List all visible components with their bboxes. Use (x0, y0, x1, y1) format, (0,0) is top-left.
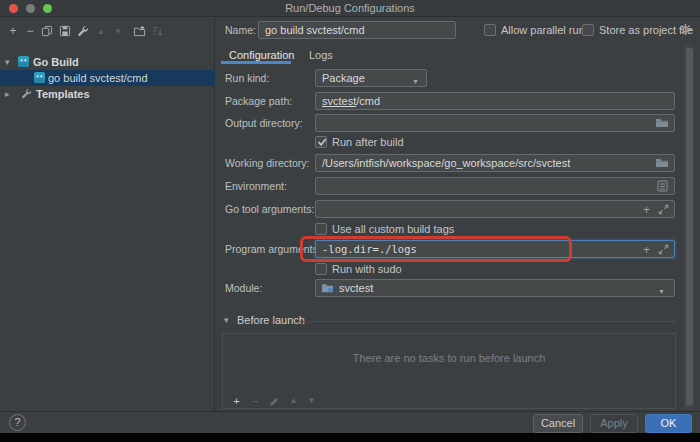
before-launch-collapse-icon[interactable]: ▾ (224, 315, 229, 325)
working-directory-label: Working directory: (225, 154, 309, 172)
allow-parallel-run-checkbox[interactable] (484, 24, 496, 36)
move-task-down-button: ▼ (304, 394, 319, 408)
tree-group-label: Go Build (33, 54, 79, 70)
checkmark-icon (316, 136, 328, 148)
tab-configuration[interactable]: Configuration (229, 48, 294, 62)
environment-input[interactable] (315, 177, 675, 195)
help-button[interactable]: ? (9, 414, 26, 431)
expand-field-icon[interactable] (658, 244, 669, 255)
package-path-input[interactable]: svctest/cmd (315, 92, 675, 110)
use-all-custom-build-tags-label: Use all custom build tags (332, 222, 454, 236)
use-all-custom-build-tags-checkbox[interactable] (315, 223, 327, 235)
run-with-sudo-label: Run with sudo (332, 262, 402, 276)
run-kind-label: Run kind: (225, 69, 269, 87)
remove-task-button: − (248, 394, 263, 408)
before-launch-title[interactable]: Before launch (237, 314, 305, 326)
apply-button: Apply (590, 414, 638, 433)
environment-variables-icon[interactable] (657, 180, 668, 192)
chevron-down-icon: ▼ (658, 284, 665, 297)
configurations-sidebar: + − ▲ ▼ ▾ Go Build (0, 18, 215, 411)
go-tool-arguments-label: Go tool arguments: (225, 200, 314, 218)
tab-logs[interactable]: Logs (309, 48, 333, 62)
move-task-up-button: ▲ (286, 394, 301, 408)
edit-templates-wrench-icon[interactable] (75, 23, 91, 39)
templates-wrench-icon (21, 88, 32, 99)
allow-parallel-run-label: Allow parallel run (501, 23, 585, 37)
run-with-sudo-checkbox[interactable] (315, 263, 327, 275)
store-as-project-file-checkbox[interactable] (582, 24, 594, 36)
sort-configurations-icon (149, 23, 165, 39)
expand-field-icon[interactable] (658, 204, 669, 215)
tree-item-label: go build svctest/cmd (48, 70, 148, 86)
before-launch-panel: There are no tasks to run before launch … (222, 333, 676, 409)
browse-folder-icon[interactable] (655, 116, 669, 129)
move-up-button: ▲ (93, 23, 109, 39)
save-configuration-icon[interactable] (57, 23, 73, 39)
output-directory-input[interactable] (315, 114, 675, 132)
footer-divider (0, 411, 700, 412)
new-folder-icon[interactable] (131, 23, 147, 39)
go-tool-arguments-input[interactable]: + (315, 200, 675, 218)
run-after-build-checkbox[interactable] (315, 136, 327, 148)
working-directory-input[interactable]: /Users/intfish/workspace/go_workspace/sr… (315, 154, 675, 172)
run-after-build-label: Run after build (332, 135, 404, 149)
gear-icon[interactable] (679, 23, 692, 36)
copy-configuration-icon[interactable] (39, 23, 55, 39)
add-macro-icon[interactable]: + (643, 242, 650, 258)
move-down-button: ▼ (110, 23, 126, 39)
browse-folder-icon[interactable] (655, 156, 669, 169)
chevron-right-icon[interactable]: ▸ (5, 86, 10, 102)
name-label: Name: (225, 21, 256, 39)
desktop-background-strip (0, 433, 700, 442)
active-tab-indicator (221, 61, 291, 64)
window-title: Run/Debug Configurations (0, 2, 700, 14)
tree-item-go-build-svctest-cmd[interactable]: go build svctest/cmd (0, 70, 215, 86)
chevron-down-icon: ▼ (412, 74, 419, 87)
go-build-icon (34, 72, 45, 83)
package-path-label: Package path: (225, 92, 292, 110)
before-launch-divider (300, 321, 676, 322)
tree-group-go-build[interactable]: ▾ Go Build (0, 54, 215, 70)
title-bar: Run/Debug Configurations (0, 0, 700, 17)
output-directory-label: Output directory: (225, 114, 303, 132)
scrollbar-thumb[interactable] (686, 48, 693, 406)
tree-group-templates[interactable]: ▸ Templates (0, 86, 215, 102)
module-dropdown[interactable]: svctest ▼ (315, 279, 675, 297)
chevron-down-icon[interactable]: ▾ (5, 54, 10, 70)
name-input[interactable]: go build svctest/cmd (258, 21, 456, 39)
edit-task-pencil-icon (267, 394, 282, 408)
go-build-icon (18, 56, 29, 67)
ok-button[interactable]: OK (645, 414, 692, 433)
package-path-link[interactable]: svctest (322, 95, 356, 107)
run-debug-configurations-dialog: Run/Debug Configurations + − ▲ ▼ ▾ Go (0, 0, 700, 442)
cancel-button[interactable]: Cancel (533, 414, 583, 433)
module-label: Module: (225, 279, 262, 297)
before-launch-empty-message: There are no tasks to run before launch (223, 352, 675, 364)
program-arguments-input[interactable]: -log.dir=./logs + (315, 240, 675, 258)
module-icon (321, 282, 334, 294)
tree-templates-label: Templates (36, 86, 90, 102)
program-arguments-label: Program arguments: (225, 240, 321, 258)
run-kind-dropdown[interactable]: Package ▼ (315, 69, 427, 87)
add-macro-icon[interactable]: + (643, 202, 650, 218)
environment-label: Environment: (225, 177, 287, 195)
add-configuration-button[interactable]: + (5, 23, 21, 39)
remove-configuration-button[interactable]: − (22, 23, 38, 39)
add-task-button[interactable]: + (229, 394, 244, 408)
